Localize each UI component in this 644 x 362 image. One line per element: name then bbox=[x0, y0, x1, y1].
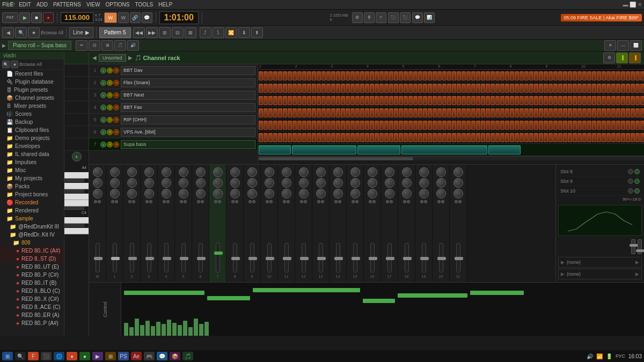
track-name-4[interactable]: BBT Fav bbox=[121, 103, 255, 112]
drum-cell[interactable] bbox=[259, 108, 263, 117]
drum-cell[interactable] bbox=[544, 121, 548, 130]
drum-cell[interactable] bbox=[597, 108, 601, 117]
mix-knob-mid-2[interactable] bbox=[127, 178, 137, 188]
drum-cell[interactable] bbox=[495, 96, 500, 105]
fire-sale-banner[interactable]: 05:09 FIRE SALE | Akai FIRE $99* bbox=[561, 14, 642, 21]
pattern-grid-area[interactable]: 1 2 3 4 5 6 7 8 9 10 11 bbox=[258, 64, 644, 164]
mix-fader-handle-12[interactable] bbox=[300, 257, 309, 260]
plugin-slot-9[interactable]: Slot 9 bbox=[558, 176, 642, 186]
drum-cell[interactable] bbox=[462, 96, 466, 105]
drum-cell[interactable] bbox=[418, 84, 422, 93]
track-active-5[interactable]: ● bbox=[100, 117, 106, 123]
drum-cell[interactable] bbox=[389, 71, 393, 80]
drum-cell[interactable] bbox=[413, 108, 418, 117]
drum-cell[interactable] bbox=[606, 84, 611, 93]
mix-knob-mid-9[interactable] bbox=[247, 178, 257, 188]
drum-cell[interactable] bbox=[510, 133, 514, 142]
mix-fader-track-11[interactable] bbox=[284, 243, 289, 272]
velocity-bar-10[interactable] bbox=[178, 325, 182, 336]
sidebar-star-btn[interactable]: ★ bbox=[11, 61, 18, 68]
drum-cell[interactable] bbox=[587, 84, 591, 93]
drum-cell[interactable] bbox=[341, 133, 345, 142]
drum-cell[interactable] bbox=[423, 71, 427, 80]
drum-cell[interactable] bbox=[519, 96, 524, 105]
drum-cell[interactable] bbox=[573, 121, 577, 130]
drum-cell[interactable] bbox=[273, 133, 277, 142]
mix-knob-mid-12[interactable] bbox=[299, 178, 309, 188]
menu-item-help[interactable]: HELP bbox=[158, 2, 172, 8]
drum-cell[interactable] bbox=[452, 96, 456, 105]
record-btn[interactable]: ● bbox=[43, 12, 54, 23]
drum-cell[interactable] bbox=[515, 96, 519, 105]
taskbar-app-11[interactable]: 💬 bbox=[157, 352, 167, 360]
drum-cell[interactable] bbox=[321, 84, 326, 93]
drum-cell[interactable] bbox=[505, 133, 509, 142]
sidebar-item-il-shared[interactable]: 📁 IL shared data bbox=[0, 150, 64, 158]
mix-led2-14[interactable] bbox=[338, 200, 341, 203]
drum-cell[interactable] bbox=[621, 108, 625, 117]
mix-knob-top-17[interactable] bbox=[385, 167, 394, 177]
pattern-row-4[interactable] bbox=[258, 107, 644, 119]
drum-cell[interactable] bbox=[481, 84, 485, 93]
drum-cell[interactable] bbox=[476, 133, 480, 142]
drum-cell[interactable] bbox=[346, 121, 350, 130]
drum-cell[interactable] bbox=[606, 108, 611, 117]
drum-cell[interactable] bbox=[418, 121, 422, 130]
drum-cell[interactable] bbox=[486, 96, 490, 105]
mix-knob-bot-9[interactable] bbox=[247, 189, 257, 198]
drum-cell[interactable] bbox=[336, 84, 340, 93]
velocity-bar-2[interactable] bbox=[135, 319, 139, 336]
piano-note-0[interactable] bbox=[124, 291, 204, 295]
drum-cell[interactable] bbox=[336, 71, 340, 80]
drum-cell[interactable] bbox=[510, 84, 514, 93]
scrollbar-thumb[interactable] bbox=[259, 157, 413, 160]
track-name-2[interactable]: Flex (Snare) bbox=[121, 78, 255, 87]
mix-led2-13[interactable] bbox=[321, 200, 324, 203]
drum-cell[interactable] bbox=[268, 108, 273, 117]
drum-cell[interactable] bbox=[573, 84, 577, 93]
mix-led2-7[interactable] bbox=[218, 200, 221, 203]
mix-fader-handle-8[interactable] bbox=[231, 257, 240, 260]
drum-cell[interactable] bbox=[486, 121, 490, 130]
drum-cell[interactable] bbox=[524, 84, 529, 93]
velocity-bar-13[interactable] bbox=[194, 319, 198, 336]
drum-cell[interactable] bbox=[611, 71, 616, 80]
sidebar-item-red-st[interactable]: ● RED 8..ST (D) bbox=[0, 255, 64, 263]
drum-cell[interactable] bbox=[312, 71, 316, 80]
track-mute-6[interactable]: ◉ bbox=[107, 129, 113, 135]
mix-knob-bot-8[interactable] bbox=[230, 189, 240, 198]
track-solo-6[interactable]: ◉ bbox=[113, 129, 119, 135]
mix-led-2[interactable] bbox=[128, 200, 131, 203]
mix-fader-handle-3[interactable] bbox=[145, 257, 154, 260]
browser-btn[interactable]: ⬛ bbox=[388, 12, 399, 23]
drum-cell[interactable] bbox=[486, 71, 490, 80]
bass-block-5[interactable] bbox=[488, 145, 521, 154]
star-btn[interactable]: ★ bbox=[28, 27, 40, 38]
mix-fader-handle-15[interactable] bbox=[352, 257, 360, 260]
drum-cell[interactable] bbox=[635, 133, 640, 142]
sidebar-item-plugin-db[interactable]: 🔌 Plugin database bbox=[0, 78, 64, 86]
drum-cell[interactable] bbox=[292, 133, 297, 142]
drum-cell[interactable] bbox=[302, 121, 306, 130]
drum-cell[interactable] bbox=[331, 71, 335, 80]
drum-cell[interactable] bbox=[350, 133, 355, 142]
drum-cell[interactable] bbox=[491, 108, 495, 117]
drum-cell[interactable] bbox=[408, 71, 413, 80]
mix-knob-top-21[interactable] bbox=[453, 167, 463, 177]
sidebar-item-recorded[interactable]: 🔴 Recorded bbox=[0, 198, 64, 206]
mix-knob-bot-2[interactable] bbox=[127, 189, 137, 198]
track-mute-1[interactable]: ◉ bbox=[107, 68, 113, 73]
drum-cell[interactable] bbox=[548, 108, 553, 117]
drum-cell[interactable] bbox=[471, 96, 475, 105]
sidebar-search-btn[interactable]: 🔍 bbox=[2, 61, 10, 68]
drum-cell[interactable] bbox=[264, 121, 268, 130]
drum-cell[interactable] bbox=[336, 96, 340, 105]
drum-cell[interactable] bbox=[302, 96, 306, 105]
drum-cell[interactable] bbox=[587, 121, 591, 130]
menu-item-view[interactable]: VIEW bbox=[86, 2, 100, 8]
drum-cell[interactable] bbox=[631, 133, 635, 142]
drum-cell[interactable] bbox=[404, 121, 408, 130]
drum-cell[interactable] bbox=[278, 96, 282, 105]
drum-cell[interactable] bbox=[519, 84, 524, 93]
menu-item-edit[interactable]: EDIT bbox=[19, 2, 31, 8]
